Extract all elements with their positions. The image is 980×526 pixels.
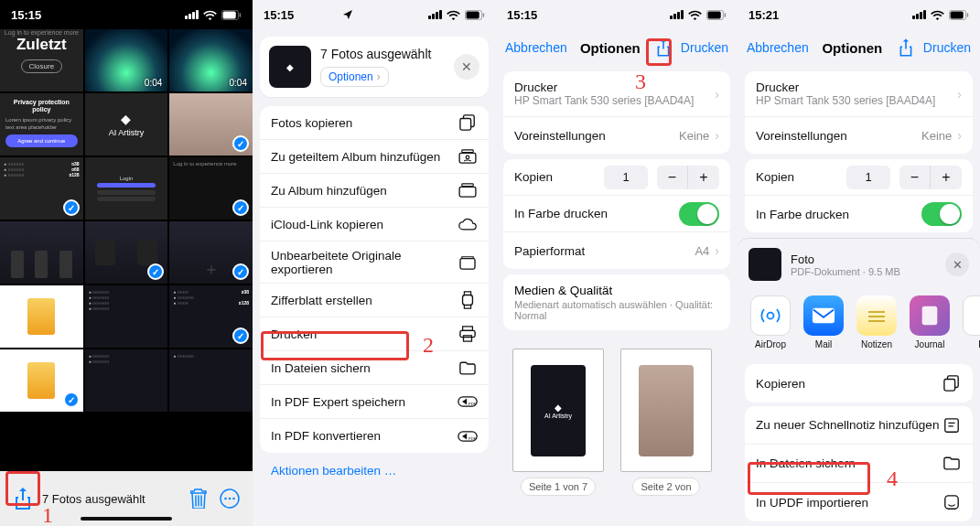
edit-actions-link[interactable]: Aktionen bearbeiten … (271, 464, 478, 478)
settings-card: Kopien 1 − + In Farbe drucken (745, 159, 973, 232)
annotation-label-2: 2 (423, 333, 434, 358)
close-icon[interactable]: ✕ (945, 252, 969, 276)
more-icon[interactable] (218, 487, 242, 510)
action-row-pdf-convert[interactable]: In PDF konvertierenPDF (260, 419, 489, 453)
trash-icon[interactable] (187, 487, 210, 510)
share-preview-thumb (748, 248, 781, 281)
color-toggle[interactable] (921, 202, 962, 226)
photo-thumb[interactable]: 0:04 (169, 29, 253, 91)
photo-thumb[interactable]: ◆ AI Artistry (85, 93, 168, 156)
selection-count-label: 7 Fotos ausgewählt (42, 492, 179, 506)
preview-page[interactable]: Seite 2 von (620, 349, 712, 496)
copies-stepper[interactable]: 1 − + (604, 166, 719, 189)
app-rail[interactable]: AirDrop Mail Notizen Journal Fr (738, 290, 980, 360)
photo-thumb[interactable] (0, 285, 83, 348)
close-icon[interactable]: ✕ (454, 54, 479, 80)
color-row: In Farbe drucken (503, 196, 730, 232)
share-icon[interactable] (896, 38, 916, 58)
privacy-title: Privacy protection policy (5, 99, 78, 113)
cancel-button[interactable]: Abbrechen (505, 40, 567, 55)
svg-rect-18 (463, 295, 473, 306)
svg-rect-21 (464, 336, 472, 341)
color-label: In Farbe drucken (756, 208, 849, 221)
quality-row[interactable]: Medien & Qualität Medienart automatisch … (503, 274, 730, 330)
photo-thumb[interactable]: Privacy protection policy Lorem ipsum pr… (0, 93, 83, 156)
status-bar: 15:21 (738, 0, 980, 29)
print-button[interactable]: Drucken (923, 40, 971, 55)
app-journal[interactable]: Journal (910, 295, 950, 349)
nav-bar: Abbrechen Optionen Drucken (496, 29, 738, 66)
svg-rect-13 (459, 153, 476, 163)
app-mail[interactable]: Mail (803, 295, 844, 349)
journal-icon (910, 295, 950, 336)
stepper-minus-button[interactable]: − (899, 166, 931, 189)
status-clock: 15:21 (748, 8, 831, 22)
paper-row[interactable]: Papierformat A4 › (503, 232, 730, 269)
photo-thumb[interactable]: Log in to experience more (169, 157, 253, 220)
notes-icon (856, 295, 897, 336)
wifi-icon (447, 10, 460, 20)
photo-thumb[interactable]: ● ○○○○ ¤38 ● ○○○○○○ ● ○○○○ ¤128 (169, 285, 253, 348)
freeform-icon (963, 295, 980, 336)
battery-icon (465, 10, 485, 20)
action-row-shared-album[interactable]: Zu geteiltem Album hinzufügen (260, 140, 489, 174)
presets-row[interactable]: Voreinstellungen Keine › (503, 117, 730, 154)
selection-check-icon (232, 263, 249, 280)
page-title: Optionen (809, 40, 896, 56)
copies-row: Kopien 1 − + (745, 159, 973, 196)
photo-thumb[interactable]: ● ○○○○○○ ● ○○○○○○ (85, 349, 168, 412)
preview-page[interactable]: ◆AI Artistry Seite 1 von 7 (512, 349, 604, 496)
selection-check-icon (63, 199, 80, 216)
photo-thumb[interactable] (0, 349, 83, 412)
photo-thumb[interactable]: 0:04 (85, 29, 168, 91)
photo-thumb[interactable] (85, 221, 168, 284)
selection-check-icon (232, 327, 249, 344)
action-row-quicknote[interactable]: Zu neuer Schnellnotiz hinzufügen (745, 406, 973, 445)
action-row-album[interactable]: Zu Album hinzufügen (260, 174, 489, 208)
svg-rect-30 (951, 11, 964, 18)
photo-thumb[interactable]: ＋ (169, 221, 253, 284)
photo-thumb[interactable]: ● ○○○○○○ (169, 349, 253, 412)
stepper-plus-button[interactable]: + (931, 166, 962, 189)
printer-row[interactable]: DruckerHP Smart Tank 530 series [BAAD4A]… (503, 71, 730, 117)
action-row-watchface[interactable]: Zifferblatt erstellen (260, 284, 489, 317)
action-row-icloud-link[interactable]: iCloud-Link kopieren (260, 208, 489, 242)
action-row-pdf-expert[interactable]: In PDF Expert speichernPDF (260, 385, 489, 419)
action-row-copy-photos[interactable]: Fotos kopieren (260, 106, 489, 140)
agree-button: Agree and continue (5, 134, 78, 147)
paper-value: A4 (695, 244, 709, 258)
annotation-box-2 (261, 331, 409, 360)
cellular-icon (185, 10, 199, 19)
quicknote-icon (942, 415, 962, 435)
copy-photos-icon (458, 113, 478, 133)
svg-rect-34 (922, 306, 938, 325)
photo-thumb[interactable]: ● ○○○○○○ ¤38 ● ○○○○○○ ¤68 ● ○○○○○○ ¤128 (0, 157, 83, 220)
color-toggle[interactable] (679, 202, 719, 226)
stepper-plus-button[interactable]: + (688, 166, 719, 189)
printer-value: HP Smart Tank 530 series [BAAD4A] (756, 94, 935, 107)
stepper-minus-button[interactable]: − (657, 166, 688, 189)
cancel-button[interactable]: Abbrechen (747, 40, 809, 55)
action-row-copy[interactable]: Kopieren (745, 364, 973, 403)
action-row-export-originals[interactable]: Unbearbeitete Originale exportieren (260, 242, 489, 284)
presets-value: Keine (921, 129, 952, 143)
photo-thumb[interactable] (169, 93, 253, 156)
app-freeform[interactable]: Fr (963, 295, 980, 349)
print-button[interactable]: Drucken (681, 40, 728, 55)
presets-label: Voreinstellungen (756, 129, 847, 143)
app-airdrop[interactable]: AirDrop (750, 295, 791, 349)
options-button[interactable]: Optionen› (320, 67, 389, 87)
app-notes[interactable]: Notizen (856, 295, 897, 349)
photo-thumb[interactable]: Login (85, 157, 168, 220)
export-icon (458, 252, 478, 273)
share-header: ◆ 7 Fotos ausgewählt Optionen› ✕ (260, 37, 489, 97)
copies-stepper[interactable]: 1 − + (846, 166, 962, 189)
annotation-label-3: 3 (635, 70, 646, 94)
presets-row[interactable]: Voreinstellungen Keine › (745, 117, 973, 154)
video-duration: 0:04 (145, 78, 162, 88)
photo-thumb[interactable]: ● ○○○○○○ ● ○○○○○○ ● ○○○○○○ ● ○○○○○○ (85, 285, 168, 348)
svg-rect-8 (467, 11, 479, 18)
photo-thumb[interactable] (0, 221, 83, 284)
wifi-icon (688, 10, 702, 20)
printer-row[interactable]: DruckerHP Smart Tank 530 series [BAAD4A]… (745, 71, 973, 117)
